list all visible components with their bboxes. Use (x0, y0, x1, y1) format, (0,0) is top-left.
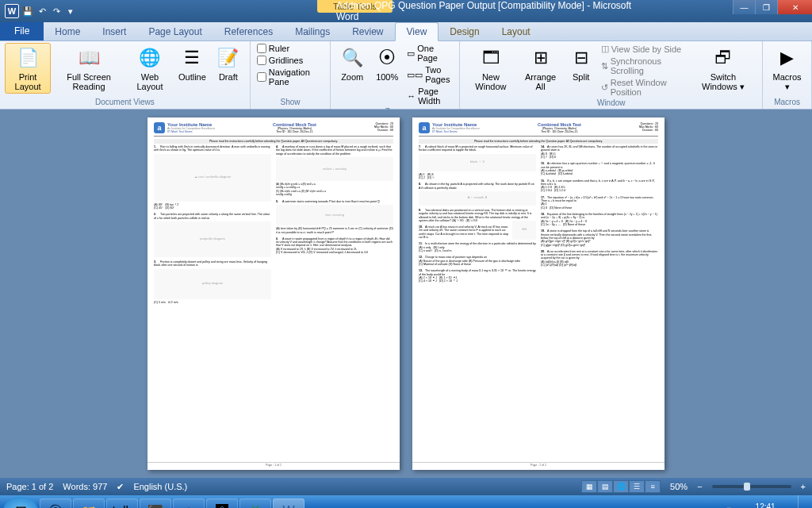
zoom-icon: 🔍 (339, 45, 365, 71)
word-icon[interactable]: W (5, 4, 19, 18)
title-bar: W 💾 ↶ ↷ ▾ Table Tools Addmen QPG Questio… (0, 0, 812, 22)
view-print-layout-icon[interactable]: ▦ (581, 480, 597, 493)
zoom-slider[interactable] (712, 485, 791, 488)
zoom-in-button[interactable]: + (801, 482, 806, 491)
reset-window-button: ↺ Reset Window Position (599, 77, 688, 98)
full-screen-icon: 📖 (76, 45, 102, 71)
taskbar-gtalk[interactable]: talk (106, 498, 138, 508)
view-draft-icon[interactable]: ≡ (645, 480, 661, 493)
draft-button[interactable]: 📝Draft (212, 43, 245, 84)
side-by-side-icon: ◫ (601, 44, 609, 54)
diagram-rain: ☁ rain / umbrella diagram (154, 154, 271, 202)
two-pages-icon: ▭▭ (407, 70, 423, 80)
tab-file[interactable]: File (0, 21, 44, 40)
taskbar: ⊞ ⓔ 📁 talk ⬛ ◉ 🅰 X W ▴ ⚑ 🖧 🔊 12:41 20-De… (0, 495, 812, 508)
tab-insert[interactable]: Insert (91, 23, 137, 40)
status-language[interactable]: English (U.S.) (133, 482, 187, 491)
tab-review[interactable]: Review (341, 23, 394, 40)
diagram-disks: ⊖⊖ (512, 221, 536, 240)
arrange-all-icon: ⊞ (528, 45, 553, 71)
diagram-particles: projectile diagram (154, 221, 271, 257)
diagram-incline: incline + monkey (276, 157, 393, 181)
split-button[interactable]: ⊟Split (565, 43, 598, 84)
switch-windows-button[interactable]: 🗗Switch Windows ▾ (689, 43, 758, 94)
diagram-block: block → V (419, 154, 536, 171)
view-web-icon[interactable]: 🌐 (613, 480, 629, 493)
gridlines-checkbox[interactable]: Gridlines (255, 55, 325, 66)
zoom-button[interactable]: 🔍Zoom (335, 43, 369, 84)
web-layout-button[interactable]: 🌐Web Layout (127, 43, 173, 94)
tab-page-layout[interactable]: Page Layout (137, 23, 213, 40)
undo-icon[interactable]: ↶ (36, 6, 48, 17)
draft-icon: 📝 (216, 45, 241, 71)
taskbar-word[interactable]: W (273, 498, 304, 508)
hundred-icon: ⦿ (374, 45, 400, 71)
one-page-icon: ▭ (407, 48, 415, 59)
tab-mailings[interactable]: Mailings (284, 23, 341, 40)
nav-pane-checkbox[interactable]: Navigation Pane (255, 67, 325, 87)
maximize-button[interactable]: ❐ (755, 0, 777, 14)
view-side-by-side-button: ◫ View Side by Side (599, 43, 688, 55)
taskbar-app1[interactable]: ⬛ (140, 498, 171, 508)
tab-references[interactable]: References (213, 23, 284, 40)
group-show: Ruler Gridlines Navigation Pane Show (251, 41, 331, 109)
tab-design[interactable]: Design (439, 23, 490, 40)
full-screen-reading-button[interactable]: 📖Full Screen Reading (52, 43, 125, 94)
hundred-percent-button[interactable]: ⦿100% (370, 43, 404, 84)
ribbon-tabs: File Home Insert Page Layout References … (0, 22, 812, 41)
macros-button[interactable]: ▶Macros ▾ (768, 43, 806, 94)
reset-window-icon: ↺ (601, 83, 608, 93)
diagram-pulley: pulley diagram (154, 269, 271, 299)
close-button[interactable]: ✕ (777, 0, 812, 14)
taskbar-ie[interactable]: ⓔ (40, 498, 71, 508)
sync-scroll-icon: ⇅ (601, 61, 608, 71)
page-width-button[interactable]: ↔ Page Width (405, 86, 454, 106)
sync-scroll-button: ⇅ Synchronous Scrolling (599, 56, 688, 76)
print-layout-button[interactable]: 📄Print Layout (5, 43, 51, 94)
status-bar: Page: 1 of 2 Words: 977 ✔ English (U.S.)… (0, 478, 812, 495)
diagram-collision: A→ smooth B (419, 191, 536, 206)
qat-dropdown-icon[interactable]: ▾ (65, 6, 76, 17)
group-document-views: 📄Print Layout 📖Full Screen Reading 🌐Web … (0, 41, 251, 109)
split-icon: ⊟ (569, 45, 594, 71)
switch-windows-icon: 🗗 (710, 45, 736, 71)
start-button[interactable]: ⊞ (3, 497, 38, 508)
view-outline-icon[interactable]: ☰ (629, 480, 645, 493)
status-page[interactable]: Page: 1 of 2 (6, 482, 53, 491)
logo-icon: a (419, 122, 430, 133)
tab-view[interactable]: View (395, 22, 439, 41)
logo-icon: a (154, 122, 165, 133)
taskbar-chrome[interactable]: ◉ (173, 498, 205, 508)
group-macros: ▶Macros ▾ Macros (763, 41, 812, 109)
tab-layout[interactable]: Layout (491, 23, 542, 40)
minimize-button[interactable]: — (733, 0, 755, 14)
arrange-all-button[interactable]: ⊞Arrange All (518, 43, 562, 94)
quick-access-toolbar: W 💾 ↶ ↷ ▾ (0, 4, 76, 18)
taskbar-explorer[interactable]: 📁 (73, 498, 105, 508)
zoom-out-button[interactable]: − (697, 482, 702, 491)
save-icon[interactable]: 💾 (22, 6, 33, 17)
page-width-icon: ↔ (407, 91, 416, 101)
show-desktop-button[interactable] (798, 495, 809, 508)
page-1[interactable]: a Your Institute Name An Institute for C… (147, 117, 400, 470)
outline-button[interactable]: ☰Outline (174, 43, 210, 84)
status-words[interactable]: Words: 977 (63, 482, 107, 491)
print-layout-icon: 📄 (15, 45, 40, 71)
page-2[interactable]: a Your Institute Name An Institute for C… (412, 117, 665, 470)
new-window-icon: 🗔 (478, 45, 504, 71)
diagram-swimmer: river crossing (276, 205, 393, 225)
tab-home[interactable]: Home (44, 23, 91, 40)
new-window-button[interactable]: 🗔New Window (465, 43, 516, 94)
taskbar-app2[interactable]: 🅰 (206, 498, 238, 508)
status-zoom[interactable]: 50% (670, 482, 688, 491)
one-page-button[interactable]: ▭ One Page (405, 43, 454, 64)
web-layout-icon: 🌐 (137, 45, 163, 71)
redo-icon[interactable]: ↷ (51, 6, 62, 17)
taskbar-excel[interactable]: X (239, 498, 271, 508)
view-full-screen-icon[interactable]: ▤ (597, 480, 613, 493)
ruler-checkbox[interactable]: Ruler (255, 43, 325, 54)
tray-clock[interactable]: 12:41 20-Dec-2011 (737, 502, 793, 508)
proofing-icon[interactable]: ✔ (117, 482, 124, 492)
document-area[interactable]: a Your Institute Name An Institute for C… (0, 110, 812, 478)
two-pages-button[interactable]: ▭▭ Two Pages (405, 64, 454, 85)
